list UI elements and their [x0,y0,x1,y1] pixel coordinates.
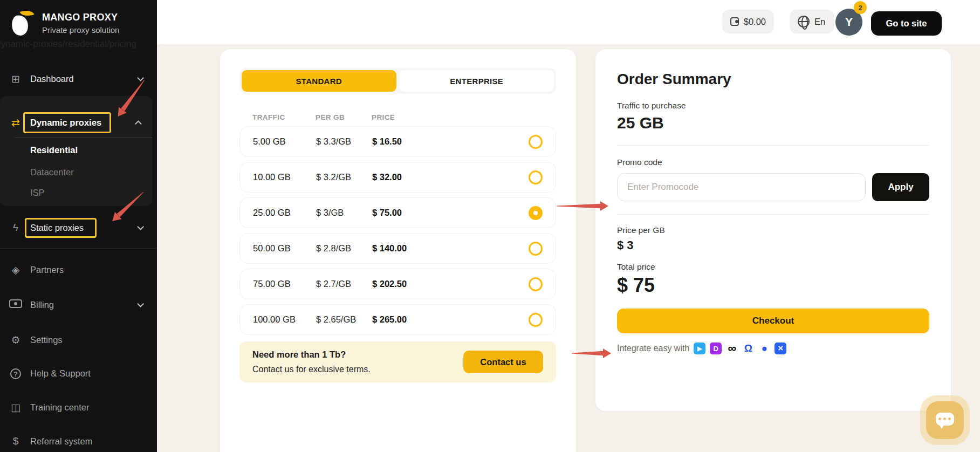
go-to-site-button[interactable]: Go to site [871,11,942,36]
sidebar-item-training-center[interactable]: ◫ Training center [0,396,157,418]
sidebar-item-settings[interactable]: ⚙ Settings [0,329,157,351]
integrate-label: Integrate easy with [617,344,689,353]
price-per-gb-value: $ 3 [617,238,929,252]
brand[interactable]: MANGO PROXY Private proxy solution [10,10,119,37]
handshake-icon: ◈ [8,264,24,276]
sidebar-item-billing[interactable]: Billing [0,294,157,316]
plan-row-100gb[interactable]: 100.00 GB $ 2.65/GB $ 265.00 [239,304,556,335]
radio-unselected[interactable] [529,135,543,149]
divider [617,214,929,215]
contact-banner: Need more than 1 Tb? Contact us for excl… [239,341,556,382]
tab-standard[interactable]: STANDARD [242,70,396,92]
chevron-up-icon [135,120,142,127]
banner-text: Contact us for exclusive terms. [252,365,371,374]
balance-pill[interactable]: $0.00 [722,10,774,33]
chevron-down-icon [137,74,144,81]
radio-unselected[interactable] [529,277,543,291]
promo-code-input[interactable] [617,173,866,201]
contact-us-button[interactable]: Contact us [463,351,543,373]
sidebar-item-partners[interactable]: ◈ Partners [0,259,157,280]
pricing-card: STANDARD ENTERPRISE TRAFFIC PER GB PRICE… [220,49,577,452]
sidebar-item-isp[interactable]: ISP [0,182,157,203]
book-icon: ◫ [8,401,24,414]
mango-logo-icon [10,10,35,37]
chat-widget-halo [920,395,970,445]
sidebar-item-residential[interactable]: Residential [0,139,157,161]
apply-button[interactable]: Apply [872,173,929,201]
integrations-row: Integrate easy with ▶ D ∞ Ω ● × [617,343,929,354]
adspower-icon[interactable]: Ω [742,343,754,354]
dollar-icon: $ [8,435,24,447]
language-selector[interactable]: En [790,10,834,33]
sidebar-item-dashboard[interactable]: ⊞ Dashboard [0,68,157,90]
swap-arrows-icon: ⇄ [8,117,24,129]
divider [15,138,152,138]
topbar: $0.00 En Y 2 Go to site [157,0,980,44]
column-traffic: TRAFFIC [252,113,316,121]
dashboard-grid-icon: ⊞ [8,73,24,85]
bird-browser-icon[interactable]: ▶ [694,343,705,354]
brand-tagline: Private proxy solution [42,25,119,35]
traffic-to-purchase-label: Traffic to purchase [617,101,929,111]
chat-bubble-icon [936,413,954,426]
divider [0,248,157,249]
brand-name: MANGO PROXY [42,12,119,23]
chevron-down-icon [137,223,144,230]
banner-title: Need more than 1 Tb? [252,350,371,360]
divider [617,145,929,146]
wallet-icon [8,299,24,311]
gologin-icon[interactable]: ∞ [726,343,738,354]
column-price: PRICE [372,113,522,121]
sidebar-item-datacenter[interactable]: Datacenter [0,161,157,183]
total-price-value: $ 75 [617,274,929,297]
dolphin-anty-icon[interactable]: D [710,343,722,354]
sidebar-item-static-proxies[interactable]: ϟ Static proxies [0,217,157,238]
plan-tabs: STANDARD ENTERPRISE [239,68,556,94]
plan-row-10gb[interactable]: 10.00 GB $ 3.2/GB $ 32.00 [239,162,556,193]
traffic-to-purchase-value: 25 GB [617,114,929,132]
notification-badge: 2 [854,1,867,14]
order-summary-title: Order Summary [617,71,929,88]
content-area: STANDARD ENTERPRISE TRAFFIC PER GB PRICE… [157,44,980,452]
promo-code-label: Promo code [617,157,929,167]
order-summary-card: Order Summary Traffic to purchase 25 GB … [595,49,951,412]
price-per-gb-label: Price per GB [617,225,929,235]
lightning-icon: ϟ [8,222,24,234]
total-price-label: Total price [617,262,929,272]
tab-enterprise[interactable]: ENTERPRISE [400,70,554,92]
sidebar-item-referral-system[interactable]: $ Referral system [0,430,157,452]
path-hint: dynamic-proxies/residential/pricing [0,39,136,50]
plan-row-50gb[interactable]: 50.00 GB $ 2.8/GB $ 140.00 [239,233,556,264]
plan-row-25gb[interactable]: 25.00 GB $ 3/GB $ 75.00 [239,197,556,228]
balance-amount: $0.00 [744,17,766,27]
sidebar: MANGO PROXY Private proxy solution dynam… [0,0,157,452]
sidebar-item-dynamic-proxies[interactable]: ⇄ Dynamic proxies [0,112,157,133]
help-icon: ? [8,367,24,379]
sidebar-item-help-support[interactable]: ? Help & Support [0,362,157,384]
octo-browser-icon[interactable]: ● [758,343,770,354]
radio-selected[interactable] [529,206,543,220]
gear-icon: ⚙ [8,334,24,346]
chat-button[interactable] [926,401,964,439]
plan-row-75gb[interactable]: 75.00 GB $ 2.7/GB $ 202.50 [239,269,556,299]
radio-unselected[interactable] [529,242,543,256]
morelogin-icon[interactable]: × [775,343,786,354]
radio-unselected[interactable] [529,170,543,184]
pricing-table-header: TRAFFIC PER GB PRICE [239,113,556,121]
plan-row-5gb[interactable]: 5.00 GB $ 3.3/GB $ 16.50 [239,126,556,157]
globe-icon [798,16,810,28]
column-per-gb: PER GB [316,113,372,121]
language-value: En [814,17,825,27]
wallet-icon [730,17,739,26]
checkout-button[interactable]: Checkout [617,309,929,333]
radio-unselected[interactable] [529,313,543,327]
chevron-down-icon [137,300,144,307]
